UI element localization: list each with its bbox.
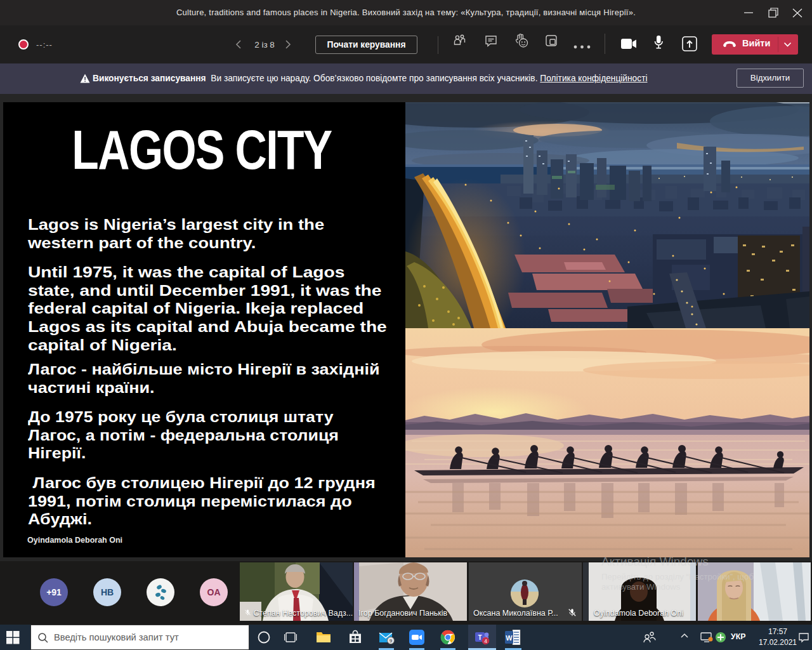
- svg-text:9: 9: [390, 638, 393, 644]
- svg-text:4: 4: [484, 638, 487, 644]
- svg-text:T: T: [478, 634, 481, 641]
- svg-text:W: W: [506, 634, 513, 642]
